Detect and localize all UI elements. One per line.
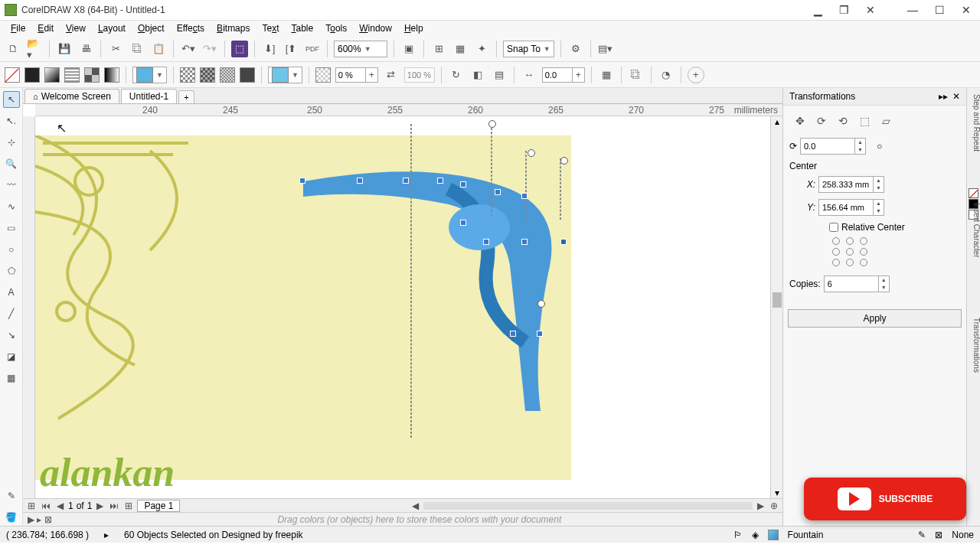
sidetab-insert[interactable]: Insert Character — [972, 203, 980, 258]
search-icon[interactable]: ⬚ — [231, 41, 248, 57]
redo-icon[interactable]: ↷▾ — [201, 41, 218, 57]
paste-icon[interactable]: 📋 — [150, 41, 167, 57]
pattern4-icon[interactable] — [240, 67, 255, 83]
page-last-icon[interactable]: ⏭ — [108, 500, 120, 511]
fill-indicator-icon[interactable]: 🏳 — [733, 530, 743, 540]
menu-table[interactable]: Table — [287, 23, 318, 34]
menu-help[interactable]: Help — [400, 23, 428, 34]
scrollbar-horizontal[interactable] — [423, 502, 753, 510]
mirror-v-icon[interactable]: ▤ — [491, 67, 508, 83]
panel-close-icon[interactable]: ✕ — [952, 91, 960, 102]
page-add-icon[interactable]: ⊞ — [123, 500, 134, 511]
shadow-tool-icon[interactable]: ◪ — [3, 348, 20, 365]
uniform-fill-icon[interactable] — [24, 67, 40, 83]
pattern2-icon[interactable] — [200, 67, 215, 83]
size-icon[interactable]: ⬚ — [857, 113, 872, 129]
connector-tool-icon[interactable]: ↘ — [3, 327, 20, 344]
page-next-icon[interactable]: ▶ — [95, 500, 105, 511]
pick-tool-icon[interactable]: ↖ — [3, 91, 20, 108]
menu-edit[interactable]: Edit — [33, 23, 58, 34]
center-y-input[interactable]: ▲▼ — [818, 199, 884, 216]
twocolor-icon[interactable] — [84, 67, 100, 83]
launch-icon[interactable]: ▤▾ — [597, 41, 614, 57]
copy-props-icon[interactable]: ⿻ — [628, 67, 645, 83]
maximize-icon[interactable]: ☐ — [930, 4, 949, 16]
rectangle-tool-icon[interactable]: ▭ — [3, 220, 20, 236]
artistic-tool-icon[interactable]: ∿ — [3, 198, 20, 215]
tab-welcome[interactable]: ⌂ Welcome Screen — [24, 89, 119, 103]
texture-fill-icon[interactable] — [104, 67, 119, 83]
dimension-tool-icon[interactable]: ╱ — [3, 305, 20, 322]
snap-combo[interactable]: Snap To▼ — [503, 41, 554, 57]
color-swatch[interactable] — [969, 188, 978, 198]
tab-add[interactable]: + — [178, 90, 194, 103]
export-icon[interactable]: [⬆ — [283, 41, 299, 57]
page-tab[interactable]: Page 1 — [137, 500, 180, 512]
menu-bitmaps[interactable]: Bitmaps — [212, 23, 254, 34]
close-icon[interactable]: ✕ — [957, 4, 975, 16]
add-icon[interactable]: + — [688, 67, 704, 83]
open-icon[interactable]: 📂▾ — [26, 41, 43, 57]
menu-layout[interactable]: Layout — [93, 23, 130, 34]
tab-document[interactable]: Untitled-1 — [121, 89, 177, 103]
nofill-icon[interactable] — [5, 67, 20, 83]
anchor-grid[interactable] — [832, 237, 960, 266]
page-first-icon[interactable]: ⊞ — [26, 500, 37, 511]
width-icon[interactable]: ↔ — [521, 67, 537, 83]
menu-effects[interactable]: Effects — [172, 23, 209, 34]
outline-indicator-icon[interactable]: ✎ — [918, 530, 926, 540]
transparency-icon[interactable] — [315, 67, 331, 83]
ruler-horizontal[interactable]: 240 245 250 255 260 265 270 275 millimet… — [35, 104, 782, 116]
fill-tool-icon[interactable]: 🪣 — [3, 509, 20, 526]
cut-icon[interactable]: ✂ — [107, 41, 124, 57]
rotate-icon[interactable]: ↻ — [448, 67, 465, 83]
pattern1-icon[interactable] — [180, 67, 195, 83]
sidetab-step[interactable]: Step and Repeat — [972, 94, 980, 152]
fullscreen-icon[interactable]: ▣ — [400, 41, 417, 57]
color-tray[interactable]: ▶ ▸ ⊠ Drag colors (or objects) here to s… — [23, 512, 782, 526]
hscroll-left-icon[interactable]: ◀ — [410, 500, 420, 511]
print-icon[interactable]: 🖶 — [77, 41, 94, 57]
minimize-icon[interactable]: — — [903, 4, 923, 16]
child-minimize-icon[interactable]: ▁ — [809, 4, 827, 16]
fill-swatch-icon[interactable]: ◈ — [752, 530, 759, 540]
wrap-icon[interactable]: ▦ — [598, 67, 615, 83]
menu-file[interactable]: File — [6, 23, 30, 34]
polygon-tool-icon[interactable]: ⬠ — [3, 262, 20, 279]
new-icon[interactable]: 🗋 — [5, 41, 21, 57]
outline-width[interactable]: + — [542, 67, 585, 83]
hscroll-right-icon[interactable]: ▶ — [756, 500, 766, 511]
undo-icon[interactable]: ↶▾ — [180, 41, 197, 57]
position-icon[interactable]: ✥ — [792, 113, 808, 129]
fountain-fill-icon[interactable] — [44, 67, 60, 83]
freehand-tool-icon[interactable]: 〰 — [3, 177, 20, 194]
grid-icon[interactable]: ▦ — [452, 41, 469, 57]
copies-input[interactable]: ▲▼ — [824, 276, 890, 292]
ellipse-tool-icon[interactable]: ○ — [3, 241, 20, 258]
guides-icon[interactable]: ✦ — [473, 41, 490, 57]
mirror-h-icon[interactable]: ◧ — [469, 67, 486, 83]
shape-tool-icon[interactable]: ↖. — [3, 112, 20, 129]
text-tool-icon[interactable]: A — [3, 284, 20, 301]
rotate-icon[interactable]: ⟳ — [814, 113, 829, 129]
ruler-vertical[interactable] — [23, 116, 35, 498]
sidetab-transform[interactable]: Transformations — [972, 318, 980, 373]
rulers-icon[interactable]: ⊞ — [430, 41, 447, 57]
center-x-input[interactable]: ▲▼ — [818, 176, 884, 193]
menu-view[interactable]: View — [61, 23, 90, 34]
copy-icon[interactable]: ⿻ — [129, 41, 145, 57]
angle-input[interactable]: ▲▼ — [800, 138, 866, 155]
pattern3-icon[interactable] — [220, 67, 235, 83]
zoom-tool-icon[interactable]: 🔍 — [3, 155, 20, 172]
menu-object[interactable]: Object — [133, 23, 169, 34]
relative-center-checkbox[interactable] — [829, 223, 838, 232]
transparency-tool-icon[interactable]: ▦ — [3, 370, 20, 386]
child-restore-icon[interactable]: ❐ — [835, 4, 854, 16]
crop-tool-icon[interactable]: ⊹ — [3, 134, 20, 151]
canvas[interactable]: alankan — [35, 116, 770, 498]
save-icon[interactable]: 💾 — [56, 41, 73, 57]
child-close-icon[interactable]: ✕ — [861, 4, 880, 16]
scrollbar-vertical[interactable]: ▴▾ — [770, 116, 782, 498]
scale-icon[interactable]: ⟲ — [835, 113, 851, 129]
import-icon[interactable]: ⬇] — [261, 41, 278, 57]
